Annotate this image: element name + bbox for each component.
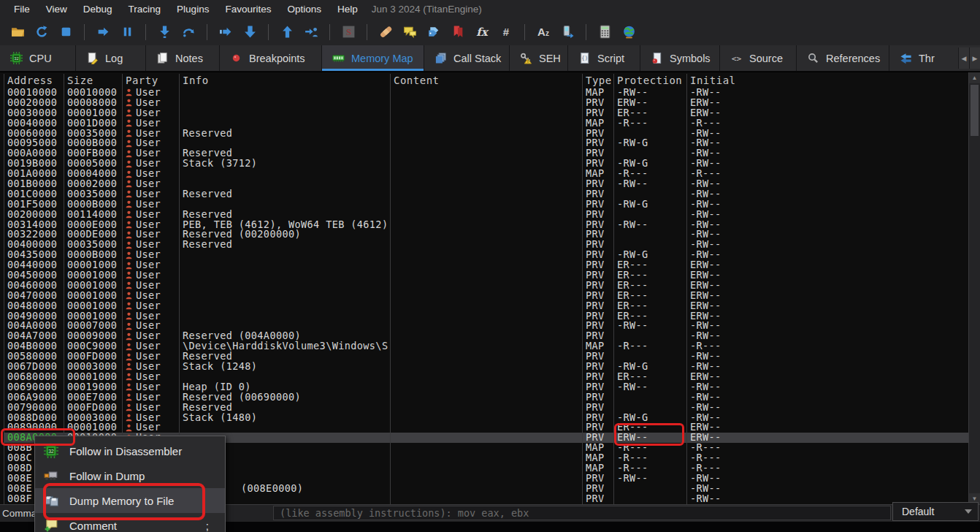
tab-scroll-right-icon[interactable]: ▶ — [969, 48, 980, 69]
column-header-size[interactable]: Size — [64, 74, 123, 88]
table-row[interactable]: 0019B00000005000UserStack (3712)PRV-RW-G… — [4, 159, 969, 169]
table-row[interactable]: 001A000000004000UserMAP-R----R--- — [4, 169, 969, 179]
table-row[interactable]: 0048000000001000UserPRVER---ERW-- — [4, 301, 969, 311]
execute-till-return-button[interactable] — [277, 22, 297, 42]
open-file-button[interactable] — [7, 22, 28, 42]
table-row[interactable]: 001F50000000B000UserPRV-RW-G-RW-- — [4, 200, 969, 210]
column-header-protection[interactable]: Protection — [614, 74, 687, 88]
table-row[interactable]: 0006000000035000UserReservedPRV-RW-- — [4, 129, 969, 139]
table-row[interactable]: 000A0000000FB000UserReservedPRV-RW-- — [4, 148, 969, 159]
table-row[interactable]: 000950000000B000UserPRV-RW-G-RW-- — [4, 138, 969, 148]
tab-log[interactable]: Log — [76, 45, 146, 71]
trace-into-button[interactable] — [215, 22, 236, 42]
column-header-address[interactable]: Address — [4, 74, 64, 88]
cell-party: User — [123, 189, 180, 200]
table-row[interactable]: 0044000000001000UserPRVER---ERW-- — [4, 260, 969, 270]
threads-icon — [900, 52, 912, 64]
strings-button[interactable]: Az — [533, 22, 554, 42]
label-button[interactable] — [424, 22, 444, 42]
menu-item-plugins[interactable]: Plugins — [169, 1, 217, 17]
tab-notes[interactable]: Notes — [146, 45, 220, 71]
table-row[interactable]: 0067D00000003000UserStack (1248)PRV-RW-G… — [4, 362, 969, 372]
cell-info — [180, 422, 391, 433]
memory-hash-button[interactable]: # — [496, 22, 516, 42]
tab-symbols[interactable]: Symbols — [640, 45, 720, 71]
menu-item-debug[interactable]: Debug — [75, 1, 120, 17]
command-input[interactable] — [273, 506, 891, 520]
menu-item-file[interactable]: File — [6, 1, 38, 17]
scrollbar-thumb[interactable] — [971, 85, 979, 136]
tab-call-stack[interactable]: Call Stack — [424, 45, 510, 71]
menu-item-tracing[interactable]: Tracing — [120, 1, 169, 17]
menu-item-favourites[interactable]: Favourites — [217, 1, 279, 17]
stop-button[interactable] — [55, 22, 76, 42]
scroll-up-icon[interactable]: ▲ — [969, 72, 980, 83]
tab-memory-map[interactable]: Memory Map — [322, 45, 424, 71]
table-row[interactable]: 000400000001D000UserMAP-R----R--- — [4, 118, 969, 129]
dump-follow-icon — [42, 468, 60, 483]
script-pause-button[interactable]: S — [338, 22, 359, 42]
tab-script[interactable]: {)Script — [568, 45, 640, 71]
table-row[interactable]: 0049000000001000UserPRVER---ERW-- — [4, 311, 969, 322]
menu-item-options[interactable]: Options — [279, 1, 329, 17]
run-to-user-code-button[interactable] — [301, 22, 321, 42]
table-row[interactable]: 0089000000001000UserPRVER---ERW-- — [4, 422, 969, 433]
table-row[interactable]: 0003000000001000UserPRVER---ERW-- — [4, 108, 969, 118]
column-header-type[interactable]: Type — [583, 74, 614, 88]
column-header-content[interactable]: Content — [391, 74, 583, 88]
table-row[interactable]: 0068000000001000UserPRVER---ERW-- — [4, 372, 969, 382]
user-icon — [126, 414, 132, 422]
table-row[interactable]: 0002000000008000UserPRVERW--ERW-- — [4, 98, 969, 108]
calculator-button[interactable] — [594, 22, 615, 42]
tab-seh[interactable]: !SEH — [510, 45, 568, 71]
table-row[interactable]: 0046000000001000UserPRVER---ERW-- — [4, 281, 969, 291]
menu-item-help[interactable]: Help — [329, 1, 366, 17]
tab-scroll-left-icon[interactable]: ◀ — [958, 48, 969, 69]
menu-item-view[interactable]: View — [38, 1, 75, 17]
patch-button[interactable] — [375, 22, 396, 42]
table-row[interactable]: 0001000000010000UserMAP-RW---RW-- — [4, 88, 969, 98]
context-menu-item-comment[interactable]: Comment; — [35, 513, 225, 532]
table-row[interactable]: 0069000000019000UserHeap (ID 0)PRV-RW---… — [4, 382, 969, 392]
column-header-party[interactable]: Party — [123, 74, 180, 88]
table-row[interactable]: 001C000000035000UserReservedPRV-RW-- — [4, 189, 969, 200]
step-into-button[interactable] — [154, 22, 175, 42]
function-button[interactable]: fx — [472, 22, 492, 42]
cell-type: PRV — [583, 413, 614, 423]
table-row[interactable]: 004350000000B000UserPRV-RW-G-RW-- — [4, 250, 969, 260]
bookmark-button[interactable] — [448, 22, 468, 42]
table-row[interactable]: 004A000000007000UserPRV-RW---RW-- — [4, 321, 969, 331]
run-button[interactable] — [93, 22, 113, 42]
column-header-info[interactable]: Info — [180, 74, 391, 88]
trace-over-button[interactable] — [240, 22, 260, 42]
table-row[interactable]: 0020000000114000UserReservedPRV-RW-- — [4, 210, 969, 220]
tab-breakpoints[interactable]: Breakpoints — [220, 45, 322, 71]
table-row[interactable]: 004B0000000C9000User\Device\HarddiskVolu… — [4, 341, 969, 352]
context-menu-item-follow-in-dump[interactable]: Follow in Dump — [35, 463, 225, 488]
tab-references[interactable]: References — [797, 45, 889, 71]
table-row[interactable]: 00322000000DE000UserReserved (00200000)P… — [4, 229, 969, 240]
table-row[interactable]: 001B000000002000UserPRV-RW---RW-- — [4, 179, 969, 189]
pause-button[interactable] — [117, 22, 137, 42]
context-menu-item-dump-memory-to-file[interactable]: Dump Memory to File — [35, 488, 225, 513]
world-button[interactable] — [619, 22, 639, 42]
table-row[interactable]: 0088D00000003000UserStack (1480)PRV-RW-G… — [4, 413, 969, 423]
tab-cpu[interactable]: 32CPU — [0, 45, 76, 71]
attach-button[interactable] — [557, 22, 578, 42]
step-over-button[interactable] — [178, 22, 199, 42]
table-row[interactable]: 003140000000E000UserPEB, TEB (4612), WoW… — [4, 220, 969, 230]
table-row[interactable]: 00580000000FD000UserReservedPRV-RW-- — [4, 352, 969, 362]
table-row[interactable]: 00790000000FD000UserReservedPRV-RW-- — [4, 403, 969, 413]
tab-source[interactable]: <>Source — [720, 45, 797, 71]
table-row[interactable]: 0047000000001000UserPRVER---ERW-- — [4, 291, 969, 301]
comment-button[interactable] — [399, 22, 420, 42]
context-menu-item-follow-in-disassembler[interactable]: 32Follow in Disassembler — [35, 438, 225, 463]
table-row[interactable]: 004A700000009000UserReserved (004A0000)P… — [4, 331, 969, 341]
table-row[interactable]: 0040000000035000UserReservedPRV-RW-- — [4, 240, 969, 250]
table-row[interactable]: 0045000000001000UserPRVER---ERW-- — [4, 270, 969, 281]
restart-button[interactable] — [31, 22, 52, 42]
profile-selector-dropdown[interactable]: Default — [892, 502, 979, 521]
table-row[interactable]: 006A9000000E7000UserReserved (00690000)P… — [4, 392, 969, 403]
column-header-initial[interactable]: Initial — [687, 74, 969, 88]
vertical-scrollbar[interactable]: ▲ ▼ — [968, 72, 980, 504]
